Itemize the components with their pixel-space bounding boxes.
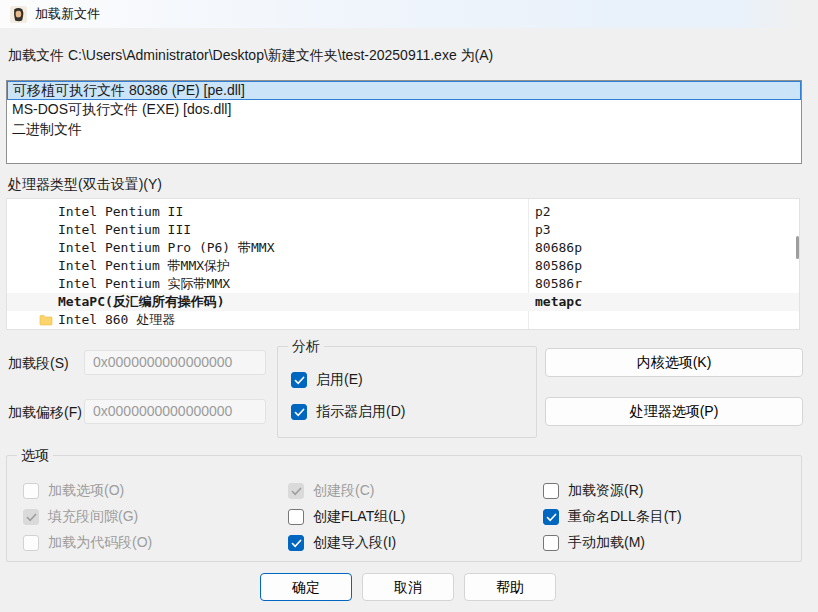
- checkbox-create-segments: 创建段(C): [288, 482, 374, 500]
- analysis-group-title: 分析: [288, 338, 324, 356]
- load-segment-label: 加载段(S): [8, 355, 69, 373]
- checkbox-box: [23, 483, 39, 499]
- checkbox-rename-dll-entries[interactable]: 重命名DLL条目(T): [543, 508, 682, 526]
- checkbox-box[interactable]: [288, 535, 304, 551]
- load-offset-input: 0x0000000000000000: [84, 399, 266, 424]
- checkbox-box[interactable]: [291, 404, 307, 420]
- processor-row-selected[interactable]: MetaPC(反汇编所有操作码) metapc: [7, 293, 799, 311]
- folder-icon: [39, 314, 53, 326]
- load-offset-label: 加载偏移(F): [8, 404, 82, 422]
- processor-row[interactable]: Intel Pentium III p3: [7, 221, 799, 239]
- kernel-options-button[interactable]: 内核选项(K): [545, 348, 803, 377]
- checkbox-analysis-enable[interactable]: 启用(E): [291, 371, 363, 389]
- options-group-title: 选项: [17, 447, 53, 465]
- checkbox-create-import-segment[interactable]: 创建导入段(I): [288, 534, 396, 552]
- checkbox-load-resources[interactable]: 加载资源(R): [543, 482, 643, 500]
- analysis-group: 分析 启用(E) 指示器启用(D): [277, 346, 537, 438]
- loader-listbox[interactable]: 可移植可执行文件 80386 (PE) [pe.dll] MS-DOS可执行文件…: [6, 80, 802, 164]
- checkbox-box[interactable]: [543, 535, 559, 551]
- checkbox-box: [23, 535, 39, 551]
- cancel-button[interactable]: 取消: [362, 573, 454, 601]
- checkbox-indicator-enable[interactable]: 指示器启用(D): [291, 403, 405, 421]
- checkbox-box: [23, 509, 39, 525]
- processor-type-label: 处理器类型(双击设置)(Y): [8, 176, 162, 194]
- processor-row[interactable]: Intel Pentium Pro (P6) 带MMX 80686p: [7, 239, 799, 257]
- processor-list[interactable]: Intel Pentium II p2 Intel Pentium III p3…: [6, 198, 800, 330]
- checkbox-box[interactable]: [288, 509, 304, 525]
- processor-row[interactable]: Intel Pentium II p2: [7, 203, 799, 221]
- checkbox-box[interactable]: [291, 372, 307, 388]
- processor-options-button[interactable]: 处理器选项(P): [545, 397, 803, 426]
- processor-row[interactable]: Intel Pentium 实际带MMX 80586r: [7, 275, 799, 293]
- processor-row-folder[interactable]: Intel 860 处理器: [7, 311, 799, 329]
- load-file-label: 加载文件 C:\Users\Administrator\Desktop\新建文件…: [8, 47, 493, 65]
- checkbox-box: [288, 483, 304, 499]
- checkbox-box[interactable]: [543, 509, 559, 525]
- checkbox-load-as-code-segment: 加载为代码段(O): [23, 534, 152, 552]
- load-segment-input: 0x0000000000000000: [84, 350, 266, 375]
- loader-item-dos[interactable]: MS-DOS可执行文件 (EXE) [dos.dll]: [7, 100, 801, 120]
- loader-item-pe[interactable]: 可移植可执行文件 80386 (PE) [pe.dll]: [7, 81, 801, 100]
- ok-button[interactable]: 确定: [260, 573, 352, 601]
- checkbox-manual-load[interactable]: 手动加载(M): [543, 534, 645, 552]
- checkbox-fill-segment-gaps: 填充段间隙(G): [23, 508, 138, 526]
- checkbox-box[interactable]: [543, 483, 559, 499]
- window-title: 加载新文件: [35, 5, 100, 23]
- options-group: 选项 加载选项(O) 填充段间隙(G) 加载为代码段(O) 创建段(C) 创建F…: [6, 455, 802, 562]
- checkbox-load-options: 加载选项(O): [23, 482, 124, 500]
- title-bar: 加载新文件: [0, 0, 818, 28]
- processor-row[interactable]: Intel Pentium 带MMX保护 80586p: [7, 257, 799, 275]
- processor-row-folder[interactable]: Intel 960 处理器: [7, 329, 799, 330]
- scrollbar-thumb[interactable]: [796, 236, 799, 259]
- help-button[interactable]: 帮助: [464, 573, 556, 601]
- loader-item-binary[interactable]: 二进制文件: [7, 120, 801, 140]
- ida-app-icon: [10, 6, 27, 23]
- checkbox-create-flat-group[interactable]: 创建FLAT组(L): [288, 508, 405, 526]
